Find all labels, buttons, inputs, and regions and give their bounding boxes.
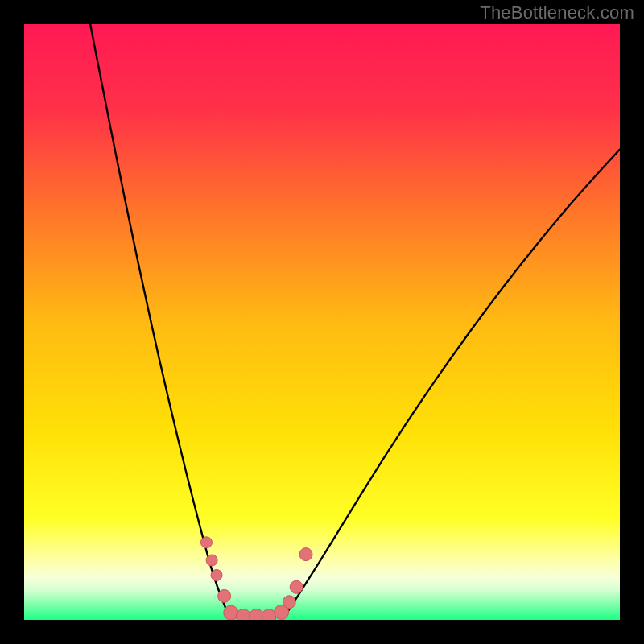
watermark-text: TheBottleneck.com [480, 2, 634, 23]
data-dot [211, 570, 222, 581]
plot-area [24, 24, 620, 620]
data-dot [283, 596, 295, 609]
data-dot [218, 589, 231, 602]
data-dot [236, 609, 250, 620]
data-dot [200, 537, 212, 548]
gradient-bg [24, 24, 620, 620]
chart-frame: TheBottleneck.com [0, 0, 644, 644]
data-dot [206, 555, 217, 566]
data-dot [299, 548, 312, 561]
chart-svg [24, 24, 620, 620]
data-dot [290, 580, 303, 593]
data-dot [250, 609, 264, 620]
